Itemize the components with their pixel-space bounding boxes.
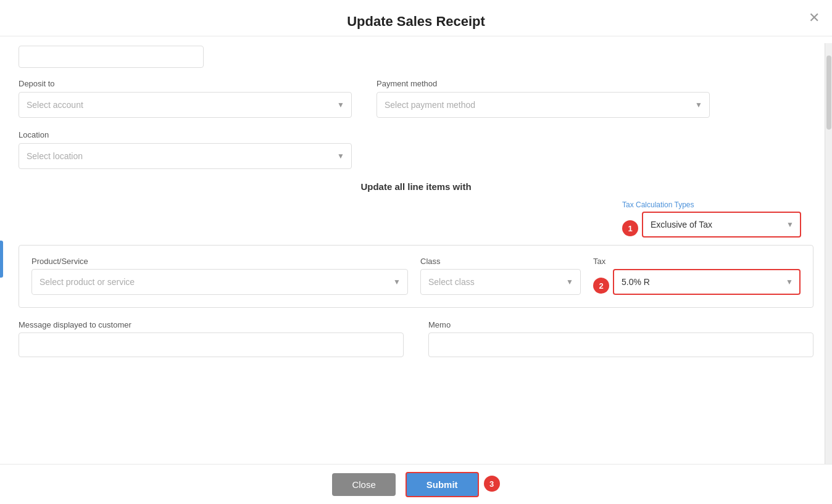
deposit-to-wrapper: Select account ▼ <box>19 92 352 118</box>
tax-calc-badge: 1 <box>622 220 638 236</box>
location-group: Location Select location ▼ <box>19 130 352 169</box>
deposit-payment-row: Deposit to Select account ▼ Payment meth… <box>19 79 813 118</box>
modal-header: Update Sales Receipt ✕ <box>0 0 832 36</box>
tax-select[interactable]: 5.0% R <box>613 269 801 295</box>
modal-body: Deposit to Select account ▼ Payment meth… <box>0 36 832 457</box>
bottom-row: Message displayed to customer Memo <box>19 320 813 357</box>
tax-label: Tax <box>593 257 801 266</box>
payment-method-wrapper: Select payment method ▼ <box>376 92 710 118</box>
class-group: Class Select class ▼ <box>420 257 581 295</box>
class-label: Class <box>420 257 581 266</box>
tax-calc-label: Tax Calculation Types <box>622 200 801 209</box>
tax-calc-row: Tax Calculation Types 1 Exclusive of Tax… <box>19 200 813 238</box>
product-service-wrapper: Select product or service ▼ <box>31 269 408 295</box>
tax-calc-wrapper: Exclusive of Tax Inclusive of Tax ▼ <box>642 212 801 238</box>
modal-footer: Close Submit 3 <box>0 464 832 504</box>
product-service-label: Product/Service <box>31 257 408 266</box>
message-input[interactable] <box>19 333 404 357</box>
update-sales-receipt-modal: Update Sales Receipt ✕ Deposit to Select <box>0 0 832 504</box>
product-service-select[interactable]: Select product or service <box>31 269 408 295</box>
memo-label: Memo <box>428 320 813 329</box>
tax-badge-row: 2 5.0% R ▼ <box>593 269 801 295</box>
class-wrapper: Select class ▼ <box>420 269 581 295</box>
partial-top-field <box>19 46 813 68</box>
tax-badge: 2 <box>593 278 609 294</box>
tax-calc-group: Tax Calculation Types 1 Exclusive of Tax… <box>622 200 801 238</box>
payment-method-group: Payment method Select payment method ▼ <box>376 79 710 118</box>
deposit-to-select[interactable]: Select account <box>19 92 352 118</box>
tax-select-wrapper: 5.0% R ▼ <box>613 269 801 295</box>
deposit-to-group: Deposit to Select account ▼ <box>19 79 352 118</box>
deposit-to-label: Deposit to <box>19 79 352 88</box>
line-items-section-header: Update all line items with <box>19 181 813 192</box>
location-select[interactable]: Select location <box>19 143 352 169</box>
line-items-card: Product/Service Select product or servic… <box>19 245 813 308</box>
payment-method-select[interactable]: Select payment method <box>376 92 710 118</box>
product-service-group: Product/Service Select product or servic… <box>31 257 408 295</box>
modal-close-button[interactable]: ✕ <box>809 11 820 25</box>
class-select[interactable]: Select class <box>420 269 581 295</box>
payment-method-label: Payment method <box>376 79 710 88</box>
scrollbar[interactable] <box>825 43 832 464</box>
location-wrapper: Select location ▼ <box>19 143 352 169</box>
location-label: Location <box>19 130 352 139</box>
memo-group: Memo <box>428 320 813 357</box>
modal-title: Update Sales Receipt <box>347 14 485 29</box>
tax-group: Tax 2 5.0% R ▼ <box>593 257 801 295</box>
tax-calc-badge-row: 1 Exclusive of Tax Inclusive of Tax ▼ <box>622 212 801 238</box>
left-accent-bar <box>0 241 3 278</box>
message-group: Message displayed to customer <box>19 320 404 357</box>
close-button[interactable]: Close <box>332 473 395 496</box>
location-row: Location Select location ▼ <box>19 130 813 169</box>
partial-input <box>19 46 204 68</box>
line-items-row: Product/Service Select product or servic… <box>31 257 801 295</box>
scrollbar-thumb <box>826 56 831 130</box>
message-label: Message displayed to customer <box>19 320 404 329</box>
submit-badge: 3 <box>484 476 500 492</box>
submit-badge-wrap: Submit 3 <box>406 472 500 497</box>
submit-button[interactable]: Submit <box>406 472 479 497</box>
memo-input[interactable] <box>428 333 813 357</box>
tax-calc-select[interactable]: Exclusive of Tax Inclusive of Tax <box>642 212 801 238</box>
